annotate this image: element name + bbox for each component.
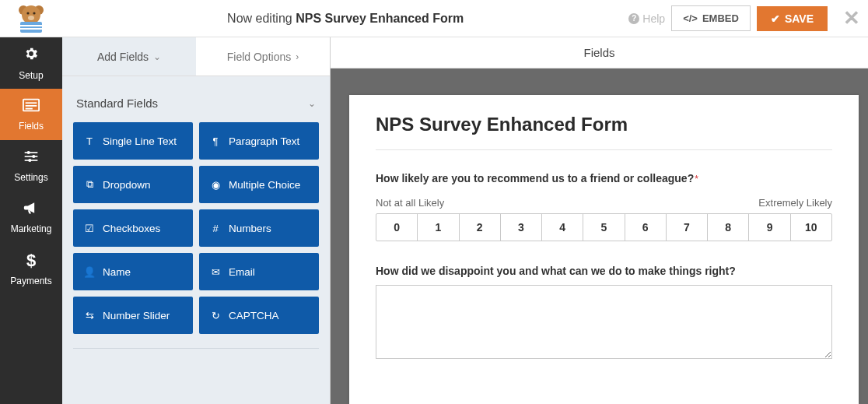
top-bar: Now editing NPS Survey Enhanced Form ? H…: [0, 0, 868, 37]
save-label: SAVE: [785, 12, 814, 25]
form-divider: [376, 149, 832, 150]
dollar-icon: $: [26, 251, 36, 271]
svg-rect-11: [26, 105, 37, 107]
nps-2[interactable]: 2: [460, 214, 501, 241]
tab-add-fields[interactable]: Add Fields ⌄: [62, 37, 196, 76]
field-label: Checkboxes: [103, 223, 160, 234]
nps-9[interactable]: 9: [749, 214, 790, 241]
field-label: Paragraph Text: [229, 135, 299, 147]
left-nav: Setup Fields Settings Marketing $ Paymen…: [0, 37, 62, 404]
field-label: CAPTCHA: [229, 310, 279, 321]
svg-rect-6: [20, 22, 42, 33]
chevron-down-icon: ⌄: [308, 98, 316, 109]
question-feedback[interactable]: How did we disappoint you and what can w…: [376, 265, 832, 361]
field-label: Name: [103, 266, 131, 278]
tab-label: Field Options: [227, 51, 291, 63]
envelope-icon: ✉: [210, 266, 221, 278]
svg-point-14: [27, 150, 30, 153]
embed-button[interactable]: </> EMBED: [671, 5, 751, 31]
nps-6[interactable]: 6: [625, 214, 667, 241]
nav-fields[interactable]: Fields: [0, 89, 62, 140]
field-label: Multiple Choice: [229, 179, 300, 191]
field-multiple-choice[interactable]: ◉Multiple Choice: [199, 166, 319, 203]
field-label: Email: [229, 266, 255, 278]
field-captcha[interactable]: ↻CAPTCHA: [199, 297, 319, 334]
checkbox-icon: ☑: [84, 223, 95, 234]
nav-marketing[interactable]: Marketing: [0, 191, 62, 243]
nps-10[interactable]: 10: [791, 214, 831, 241]
nav-setup[interactable]: Setup: [0, 37, 62, 89]
paragraph-icon: ¶: [210, 135, 221, 147]
embed-label: EMBED: [702, 12, 739, 24]
field-label: Single Line Text: [103, 135, 177, 147]
svg-rect-15: [25, 156, 38, 157]
q2-label: How did we disappoint you and what can w…: [376, 265, 832, 277]
svg-point-16: [32, 154, 35, 157]
nps-4[interactable]: 4: [542, 214, 583, 241]
field-label: Number Slider: [103, 310, 170, 321]
radio-icon: ◉: [210, 179, 221, 191]
chevron-down-icon: ⌄: [153, 51, 161, 62]
svg-rect-12: [26, 107, 33, 109]
tab-label: Add Fields: [97, 51, 149, 63]
chevron-right-icon: ›: [296, 51, 299, 62]
list-icon: [23, 98, 40, 116]
question-nps[interactable]: How likely are you to recommend us to a …: [376, 172, 832, 241]
field-name[interactable]: 👤Name: [73, 253, 193, 290]
dropdown-icon: ⧉: [84, 178, 95, 191]
nps-5[interactable]: 5: [583, 214, 625, 241]
field-single-line-text[interactable]: TSingle Line Text: [73, 122, 193, 160]
field-paragraph-text[interactable]: ¶Paragraph Text: [199, 122, 319, 160]
nps-1[interactable]: 1: [418, 214, 459, 241]
help-link[interactable]: ? Help: [628, 12, 665, 25]
bear-logo-icon: [12, 3, 50, 34]
gear-icon: [23, 46, 39, 65]
canvas: Fields NPS Survey Enhanced Form How like…: [331, 37, 868, 404]
panel-body: Standard Fields ⌄ TSingle Line Text ¶Par…: [62, 76, 330, 404]
refresh-icon: ↻: [210, 310, 221, 321]
top-actions: ? Help </> EMBED ✔ SAVE: [628, 5, 835, 31]
section-standard-fields[interactable]: Standard Fields ⌄: [73, 90, 319, 122]
svg-point-4: [33, 12, 35, 14]
field-number-slider[interactable]: ⇆Number Slider: [73, 297, 193, 334]
svg-point-2: [22, 5, 40, 24]
fields-panel: Add Fields ⌄ Field Options › Standard Fi…: [62, 37, 331, 404]
help-icon: ?: [628, 13, 639, 24]
help-label: Help: [642, 12, 665, 25]
nps-3[interactable]: 3: [501, 214, 542, 241]
feedback-textarea[interactable]: [376, 285, 832, 359]
text-icon: T: [84, 135, 95, 147]
bullhorn-icon: [23, 201, 39, 219]
q1-label: How likely are you to recommend us to a …: [376, 172, 694, 184]
nps-0[interactable]: 0: [376, 214, 418, 241]
field-numbers[interactable]: #Numbers: [199, 209, 319, 247]
nav-label: Setup: [19, 70, 43, 81]
form-card: NPS Survey Enhanced Form How likely are …: [349, 95, 859, 404]
nps-8[interactable]: 8: [708, 214, 749, 241]
nav-payments[interactable]: $ Payments: [0, 243, 62, 294]
scale-low: Not at all Likely: [376, 197, 444, 209]
field-label: Dropdown: [103, 179, 151, 191]
save-button[interactable]: ✔ SAVE: [757, 6, 828, 31]
close-icon[interactable]: ✕: [835, 6, 868, 30]
field-email[interactable]: ✉Email: [199, 253, 319, 290]
svg-point-3: [26, 12, 29, 14]
panel-tabs: Add Fields ⌄ Field Options ›: [62, 37, 330, 76]
app-logo: [0, 3, 62, 34]
svg-point-5: [28, 16, 34, 20]
canvas-header: Fields: [331, 37, 868, 69]
nav-settings[interactable]: Settings: [0, 140, 62, 191]
nps-7[interactable]: 7: [667, 214, 708, 241]
hash-icon: #: [210, 223, 221, 234]
scale-high: Extremely Likely: [758, 197, 832, 209]
field-checkboxes[interactable]: ☑Checkboxes: [73, 209, 193, 247]
tab-field-options[interactable]: Field Options ›: [196, 37, 330, 76]
panel-separator: [73, 348, 319, 349]
svg-rect-10: [26, 102, 37, 104]
slider-icon: ⇆: [84, 310, 95, 321]
main-area: Setup Fields Settings Marketing $ Paymen…: [0, 37, 868, 404]
field-dropdown[interactable]: ⧉Dropdown: [73, 166, 193, 203]
nav-label: Settings: [14, 172, 47, 183]
nav-label: Fields: [19, 121, 44, 132]
nav-label: Payments: [10, 276, 51, 286]
